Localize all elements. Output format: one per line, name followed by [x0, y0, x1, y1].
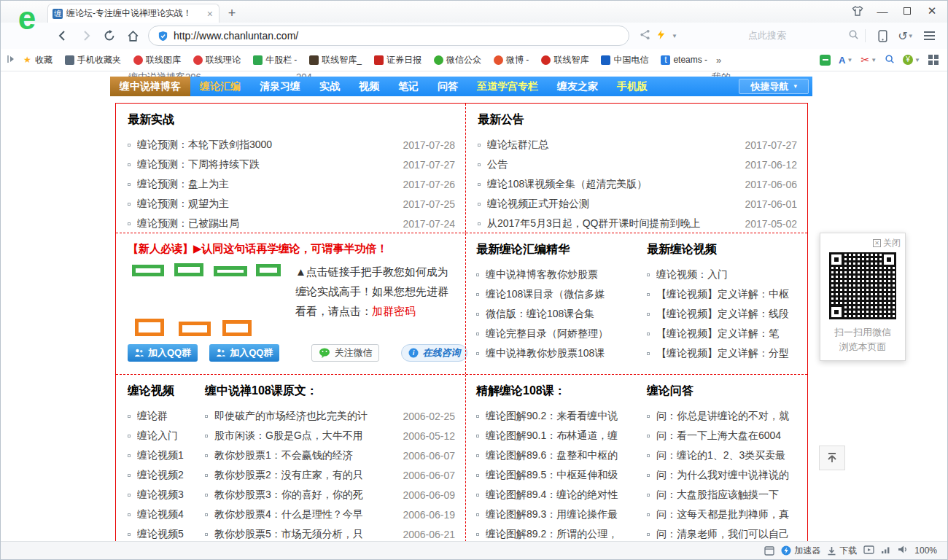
skin-icon[interactable] — [845, 1, 870, 21]
question-link[interactable]: 问：看一下上海大盘在6004 — [647, 426, 800, 446]
bookmark-item[interactable]: 手机收藏夹 — [65, 54, 121, 66]
bookmark-item[interactable]: 联线理论 — [193, 54, 241, 66]
article-link[interactable]: 缠论图解89.4：缠论的绝对性 — [476, 485, 629, 505]
join-qq-group-button[interactable]: 加入QQ群 — [209, 344, 279, 362]
menu-icon[interactable] — [918, 25, 940, 47]
video-link[interactable]: 缠论视频4 — [128, 505, 202, 524]
article-link[interactable]: 缠论图解89.3：用缠论操作最 — [476, 505, 629, 524]
article-link[interactable]: 缠论图解89.5：中枢延伸和级 — [476, 465, 629, 485]
video-link[interactable]: 缠论视频3 — [128, 485, 202, 505]
chevron-down-icon[interactable]: ▼ — [672, 33, 677, 39]
speed-lightning-icon[interactable] — [656, 29, 666, 43]
bookmark-item[interactable]: 微博 - — [494, 54, 529, 66]
nav-item[interactable]: 笔记 — [389, 77, 428, 96]
video-link[interactable]: 【缠论视频】定义详解：中枢 — [647, 284, 800, 304]
back-button[interactable] — [52, 25, 74, 47]
announcement-link[interactable]: 缠论108课视频全集（超清完美版） 2017-06-06 — [478, 174, 797, 194]
newbie-headline[interactable]: 【新人必读】▶认同这句话再学缠论，可谓事半功倍！ — [116, 233, 465, 257]
nav-item[interactable]: 缠中说禅博客 — [110, 77, 190, 96]
accelerator-button[interactable]: 加速器 — [781, 545, 820, 557]
refresh-button[interactable] — [98, 25, 120, 47]
nav-item[interactable]: 至道学宫专栏 — [467, 77, 548, 96]
question-link[interactable]: 问：这每天都是批判禅师，真 — [647, 505, 800, 524]
article-link[interactable]: 教你炒股票4：什么是理性？今早 2006-06-19 — [205, 505, 455, 524]
article-link[interactable]: 缠论预测：观望为主 2017-07-25 — [128, 194, 455, 214]
media-icon[interactable] — [863, 545, 874, 556]
question-link[interactable]: 问：清泉老师，我们可以自己 — [647, 524, 800, 541]
bookmark-item[interactable]: 证券日报 — [374, 54, 421, 66]
notes-icon[interactable] — [820, 55, 831, 66]
announcement-link[interactable]: 缠论视频正式开始公测 2017-06-01 — [478, 194, 797, 214]
find-icon[interactable] — [885, 54, 895, 66]
article-link[interactable]: 教你炒股票5：市场无须分析，只 2006-06-21 — [205, 524, 455, 541]
translate-icon[interactable]: A▼ — [839, 55, 852, 66]
compatibility-icon[interactable] — [764, 546, 774, 556]
follow-wechat-button[interactable]: 关注微信 — [311, 344, 379, 362]
article-link[interactable]: 股市闲谈：G股是G点，大牛不用 2006-05-12 — [205, 426, 455, 446]
group-password-link[interactable]: 加群密码 — [372, 305, 416, 317]
online-consult-button[interactable]: i 在线咨询 — [401, 344, 467, 362]
rewards-icon[interactable]: ¥▼ — [903, 55, 920, 65]
question-link[interactable]: 问：你总是讲缠论的不对，就 — [647, 406, 800, 426]
speaker-icon[interactable] — [898, 545, 908, 556]
article-link[interactable]: 缠论预测：下周将持续下跌 2017-07-27 — [128, 155, 455, 174]
nav-item[interactable]: 问答 — [428, 77, 467, 96]
undo-icon[interactable]: ↺▼ — [895, 25, 917, 47]
article-link[interactable]: 缠论图解89.2：所谓的公理， — [476, 524, 629, 541]
site-safety-shield-icon[interactable] — [158, 31, 168, 42]
browser-logo-icon[interactable]: e — [11, 2, 43, 34]
article-link[interactable]: 缠论图解90.1：布林通道，缠 — [476, 426, 629, 446]
search-icon[interactable] — [848, 29, 859, 42]
announcement-link[interactable]: 公告 2017-06-12 — [478, 155, 797, 174]
article-link[interactable]: 教你炒股票3：你的喜好，你的死 2006-06-09 — [205, 485, 455, 505]
download-button[interactable]: 下载 — [827, 545, 857, 557]
network-icon[interactable] — [881, 545, 891, 556]
article-link[interactable]: 缠论图解89.6：盘整和中枢的 — [476, 446, 629, 465]
article-link[interactable]: 缠中说禅教你炒股票108课 — [476, 343, 629, 363]
announcement-link[interactable]: 从2017年5月3日起，QQ群开课时间提前到晚上 2017-05-02 — [478, 214, 797, 233]
video-link[interactable]: 缠论视频：入门 — [647, 265, 800, 284]
browser-tab[interactable]: 缠 缠论坛-专注缠中说禅理论实战！ × — [47, 4, 219, 23]
bookmark-item[interactable]: t eteams - — [661, 55, 707, 65]
video-link[interactable]: 缠论群 — [128, 406, 202, 426]
question-link[interactable]: 问：为什么我对缠中说禅说的 — [647, 465, 800, 485]
bookmark-item[interactable]: ★ 收藏 — [23, 54, 53, 66]
back-to-top-button[interactable] — [819, 446, 845, 470]
screenshot-scissors-icon[interactable]: ✂▼ — [860, 54, 877, 66]
bookmark-item[interactable]: 微信公众 — [434, 54, 481, 66]
article-link[interactable]: 缠论预测：盘上为主 2017-07-26 — [128, 174, 455, 194]
zoom-level[interactable]: 100% — [914, 545, 937, 556]
video-link[interactable]: 【缠论视频】定义详解：线段 — [647, 304, 800, 324]
video-link[interactable]: 【缠论视频】定义详解：分型 — [647, 343, 800, 363]
announcement-link[interactable]: 缠论坛群汇总 2017-07-27 — [478, 135, 797, 155]
bookmark-item[interactable]: 联线图库 — [133, 54, 181, 66]
nav-item[interactable]: 缠论汇编 — [190, 77, 250, 96]
article-link[interactable]: 教你炒股票1：不会赢钱的经济 2006-06-07 — [205, 446, 455, 465]
new-tab-button[interactable]: + — [222, 4, 241, 22]
article-link[interactable]: 缠论图解90.2：来看看缠中说 — [476, 406, 629, 426]
nav-item[interactable]: 实战 — [310, 77, 349, 96]
article-link[interactable]: 缠论预测：本轮下跌剑指3000 2017-07-28 — [128, 135, 455, 155]
nav-item[interactable]: 缠友之家 — [548, 77, 607, 96]
address-bar[interactable]: http://www.chanluntan.com/ — [148, 26, 629, 46]
share-icon[interactable] — [640, 29, 650, 43]
video-link[interactable]: 【缠论视频】定义详解：笔 — [647, 324, 800, 343]
home-button[interactable] — [122, 25, 144, 47]
nav-item[interactable]: 视频 — [349, 77, 389, 96]
nav-item[interactable]: 清泉习缠 — [250, 77, 310, 96]
bookmark-item[interactable]: 牛股栏 - — [253, 54, 297, 66]
article-link[interactable]: 缠论预测：已被踢出局 2017-07-24 — [128, 214, 455, 233]
article-link[interactable]: 微信版：缠论108课合集 — [476, 304, 629, 324]
video-link[interactable]: 缠论视频1 — [128, 446, 202, 465]
bookmarks-expand-icon[interactable] — [7, 55, 15, 66]
article-link[interactable]: 缠论108课目录（微信多媒 — [476, 284, 629, 304]
question-link[interactable]: 问：大盘股指应该触摸一下 — [647, 485, 800, 505]
apps-grid-icon[interactable] — [928, 55, 939, 65]
minimize-button[interactable]: — — [870, 1, 895, 21]
bookmark-item[interactable]: 联线智库 — [541, 54, 588, 66]
video-link[interactable]: 缠论视频2 — [128, 465, 202, 485]
forward-button[interactable] — [75, 25, 97, 47]
bookmark-item[interactable]: 联线智库_ — [309, 54, 362, 66]
tab-close-icon[interactable]: × — [206, 8, 214, 20]
qr-close-button[interactable]: ✕ 关闭 — [820, 233, 905, 251]
